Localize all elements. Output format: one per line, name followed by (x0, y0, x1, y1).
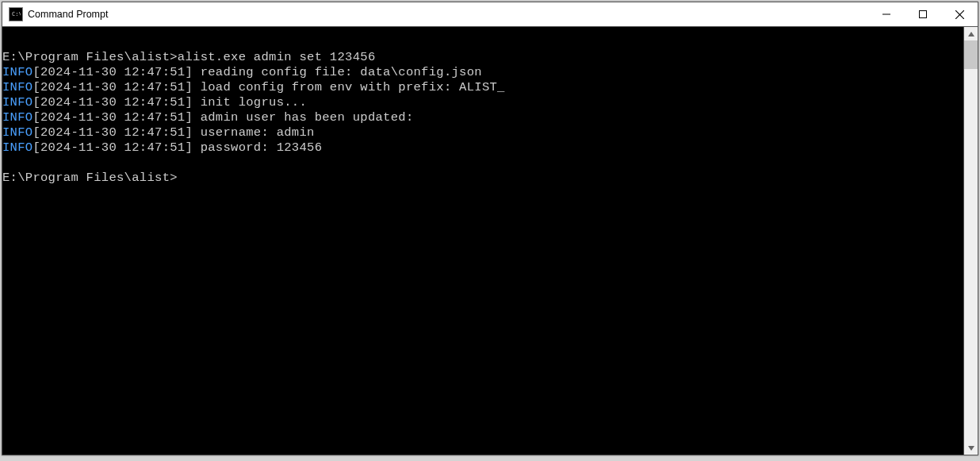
close-button[interactable] (941, 2, 978, 26)
prompt-line[interactable]: E:\Program Files\alist> (2, 171, 178, 185)
scroll-up-button[interactable] (964, 27, 978, 40)
log-line: INFO[2024-11-30 12:47:51] admin user has… (2, 110, 414, 125)
log-line: INFO[2024-11-30 12:47:51] load config fr… (2, 80, 505, 94)
cmd-icon: C:\ (9, 7, 23, 21)
client-area: E:\Program Files\alist>alist.exe admin s… (2, 27, 978, 455)
log-line: INFO[2024-11-30 12:47:51] reading config… (2, 65, 482, 79)
minimize-button[interactable] (868, 2, 905, 26)
command-prompt-window: C:\ Command Prompt E:\Program Files\alis… (2, 2, 978, 455)
window-title: Command Prompt (28, 9, 108, 20)
svg-marker-7 (968, 446, 974, 451)
log-line: INFO[2024-11-30 12:47:51] init logrus... (2, 95, 307, 109)
scroll-down-button[interactable] (964, 441, 978, 455)
svg-text:C:\: C:\ (12, 11, 21, 17)
log-line: INFO[2024-11-30 12:47:51] username: admi… (2, 125, 315, 140)
vertical-scrollbar[interactable] (963, 27, 978, 455)
scrollbar-thumb[interactable] (964, 40, 978, 69)
svg-marker-6 (968, 32, 974, 36)
prompt-line: E:\Program Files\alist>alist.exe admin s… (2, 50, 375, 64)
terminal-output[interactable]: E:\Program Files\alist>alist.exe admin s… (2, 27, 963, 455)
maximize-button[interactable] (905, 2, 941, 26)
log-line: INFO[2024-11-30 12:47:51] password: 1234… (2, 140, 322, 155)
title-bar[interactable]: C:\ Command Prompt (2, 2, 978, 27)
scrollbar-track[interactable] (964, 40, 978, 441)
svg-rect-3 (920, 11, 927, 18)
